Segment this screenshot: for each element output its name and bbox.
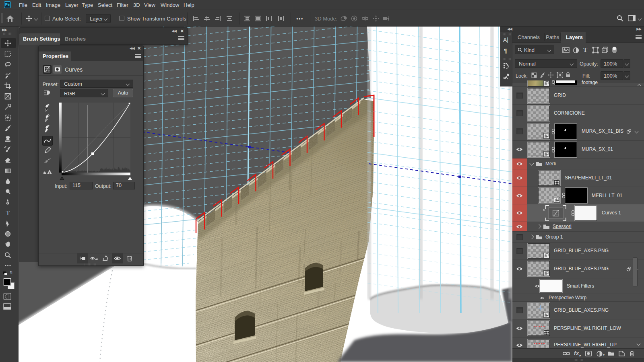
svg-text:!: ! [49, 171, 50, 175]
svg-text:T: T [6, 210, 10, 216]
